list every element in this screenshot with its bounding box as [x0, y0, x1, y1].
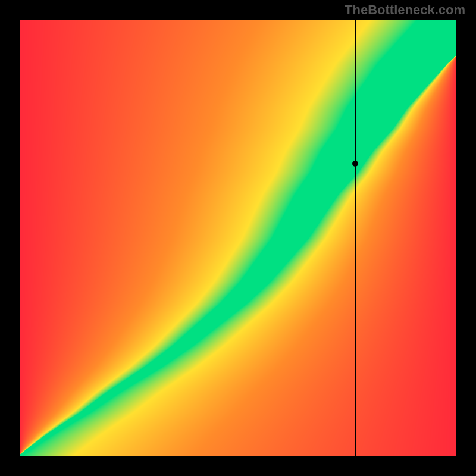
watermark: TheBottleneck.com: [345, 2, 465, 18]
bottleneck-heatmap: [20, 20, 456, 456]
